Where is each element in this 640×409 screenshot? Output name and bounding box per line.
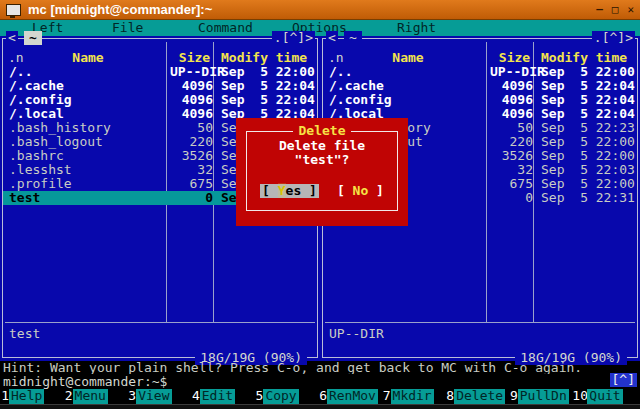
sort-indicator: .n (8, 51, 24, 65)
file-size: 4096 (490, 79, 536, 93)
file-size: 4096 (170, 93, 216, 107)
fkey-number: 5 (254, 389, 263, 404)
table-row[interactable]: /..UP--DIRSep 5 22:00 (3, 65, 317, 79)
file-size: 32 (170, 163, 216, 177)
file-size: UP--DIR (170, 65, 216, 79)
file-size: 220 (490, 135, 536, 149)
dialog-message-line2: "test"? (236, 153, 408, 167)
fkey-edit[interactable]: 4Edit (191, 389, 255, 404)
yes-button[interactable]: [ Yes ] (260, 184, 319, 198)
table-row[interactable]: /..UP--DIRSep 5 22:00 (323, 65, 637, 79)
left-panel-path[interactable]: ~ (24, 31, 42, 45)
minimize-icon[interactable]: – (596, 4, 603, 15)
fkey-renmov[interactable]: 6RenMov (318, 389, 382, 404)
file-size: 32 (490, 163, 536, 177)
table-row[interactable]: /.config4096Sep 5 22:04 (3, 93, 317, 107)
column-header-modify-time[interactable]: Modify time (536, 51, 637, 65)
fkey-help[interactable]: 1Help (0, 389, 64, 404)
file-size: 0 (490, 191, 536, 205)
file-time: Sep 5 22:04 (216, 93, 317, 107)
file-time: Sep 5 22:23 (536, 121, 637, 135)
menu-bar: Left File Command Options Right (0, 20, 640, 36)
button-hotkey: Y (278, 183, 286, 198)
file-name: .profile (3, 177, 170, 191)
file-name: /.cache (323, 79, 490, 93)
button-text: [ (262, 183, 278, 198)
file-name: /.. (323, 65, 490, 79)
file-size: UP--DIR (490, 65, 536, 79)
left-panel-top-controls[interactable]: .[^]> (272, 31, 315, 45)
right-panel-path[interactable]: ~ (344, 31, 362, 45)
file-time: Sep 5 22:31 (536, 191, 637, 205)
dialog-message-line1: Delete file (236, 139, 408, 153)
file-name: test (3, 191, 170, 205)
fkey-number: 8 (445, 389, 454, 404)
file-size: 0 (170, 191, 216, 205)
file-name: .bash_logout (3, 135, 170, 149)
fkey-label: Quit (587, 389, 622, 404)
button-text: [ (337, 183, 353, 198)
file-size: 675 (170, 177, 216, 191)
table-row[interactable]: /.cache4096Sep 5 22:04 (3, 79, 317, 93)
shell-prompt[interactable]: midnight@commander:~$ (3, 375, 167, 389)
maximize-icon[interactable]: □ (612, 4, 619, 15)
file-name: .lesshst (3, 163, 170, 177)
column-header-size[interactable]: Size (173, 51, 216, 65)
left-panel-mini-status: test (9, 327, 40, 341)
left-panel-column-headers: .n Name Size Modify time (3, 51, 317, 65)
fkey-quit[interactable]: 10Quit (572, 389, 636, 404)
file-size: 4096 (490, 93, 536, 107)
fkey-pulldn[interactable]: 9PullDn (509, 389, 573, 404)
fkey-number: 3 (127, 389, 136, 404)
file-name: .bash_history (3, 121, 170, 135)
fkey-number: 4 (191, 389, 200, 404)
menu-file[interactable]: File (112, 21, 143, 35)
column-header-name[interactable]: Name (323, 51, 493, 65)
file-size: 4096 (170, 107, 216, 121)
file-time: Sep 5 22:00 (536, 135, 637, 149)
fkey-delete[interactable]: 8Delete (445, 389, 509, 404)
button-text: ] (368, 183, 384, 198)
fkey-mkdir[interactable]: 7Mkdir (382, 389, 446, 404)
file-size: 3526 (170, 149, 216, 163)
button-hotkey: No (353, 183, 369, 198)
window-bottom-edge (0, 404, 640, 409)
hint-line: Hint: Want your plain shell? Press C-o, … (3, 361, 640, 374)
menu-right[interactable]: Right (397, 21, 436, 35)
fkey-number: 7 (382, 389, 391, 404)
fkey-number: 6 (318, 389, 327, 404)
no-button[interactable]: [ No ] (337, 184, 384, 198)
right-panel-top-controls[interactable]: .[^]> (592, 31, 635, 45)
right-panel-back-arrow[interactable]: < (326, 31, 338, 45)
file-name: /.. (3, 65, 170, 79)
file-name: /.config (323, 93, 490, 107)
fkey-view[interactable]: 3View (127, 389, 191, 404)
column-header-size[interactable]: Size (493, 51, 536, 65)
file-size: 3526 (490, 149, 536, 163)
file-size: 50 (490, 121, 536, 135)
fkey-number: 2 (64, 389, 73, 404)
dialog-title: Delete (293, 123, 352, 138)
menu-command[interactable]: Command (198, 21, 253, 35)
titlebar[interactable]: mc [midnight@commander]:~ – □ ✕ (0, 0, 640, 20)
column-header-modify-time[interactable]: Modify time (216, 51, 317, 65)
file-name: /.config (3, 93, 170, 107)
file-time: Sep 5 22:00 (216, 65, 317, 79)
file-time: Sep 5 22:03 (536, 163, 637, 177)
file-time: Sep 5 22:04 (536, 107, 637, 121)
table-row[interactable]: /.config4096Sep 5 22:04 (323, 93, 637, 107)
table-row[interactable]: /.cache4096Sep 5 22:04 (323, 79, 637, 93)
fkey-copy[interactable]: 5Copy (254, 389, 318, 404)
fkey-label: Help (9, 389, 44, 404)
right-panel-column-headers: .n Name Size Modify time (323, 51, 637, 65)
panel-toggle-indicator[interactable]: [^] (610, 373, 637, 387)
delete-dialog: Delete Delete file "test"? [ Yes ] [ No … (236, 118, 408, 226)
right-panel-mini-status: UP--DIR (329, 327, 384, 341)
file-size: 4096 (170, 79, 216, 93)
close-icon[interactable]: ✕ (627, 4, 634, 15)
left-panel-back-arrow[interactable]: < (6, 31, 18, 45)
terminal-app-icon (6, 4, 21, 16)
file-time: Sep 5 22:00 (536, 149, 637, 163)
fkey-menu[interactable]: 2Menu (64, 389, 128, 404)
column-header-name[interactable]: Name (3, 51, 173, 65)
